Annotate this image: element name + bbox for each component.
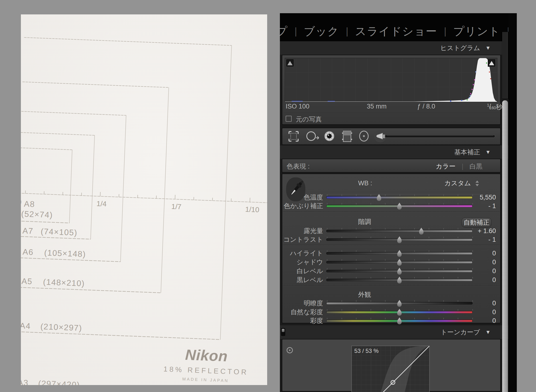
group-divider [283, 245, 500, 245]
slider-track[interactable] [326, 196, 473, 199]
group-divider [283, 286, 500, 286]
size-dims-a4: (210×297) [40, 322, 82, 333]
wb-label: WB : [358, 179, 372, 187]
slider-track[interactable] [326, 238, 473, 241]
module-item-book[interactable]: ブック [304, 24, 339, 39]
size-dims-a5: (148×210) [43, 277, 85, 288]
ruler-label-1-4: 1/4 [96, 199, 107, 208]
slider-track[interactable] [326, 302, 473, 305]
curve-point-readout: 53 / 53 % [354, 348, 379, 354]
module-item-slideshow[interactable]: スライドショー [355, 24, 437, 39]
slider-value[interactable]: - 1 [467, 235, 496, 244]
histogram-panel-header[interactable]: ヒストグラム ▼ [280, 41, 508, 55]
slider-track[interactable] [326, 311, 473, 314]
slider-label: 明瞭度 [282, 299, 323, 308]
targeted-adjustment-icon[interactable] [287, 347, 293, 353]
slider-track[interactable] [326, 270, 473, 272]
original-photo-row: 元の写真 [282, 114, 500, 124]
wb-select-arrows-icon[interactable] [475, 181, 479, 186]
treatment-bw-option[interactable]: 白黒 [470, 163, 482, 170]
slider-track[interactable] [326, 320, 473, 322]
slider-value[interactable]: 0 [467, 316, 496, 325]
slider-track[interactable] [326, 252, 473, 255]
slider-value[interactable]: - 1 [467, 202, 496, 210]
slider-value[interactable]: 0 [467, 299, 496, 308]
focal-length-value: 35 mm [367, 103, 387, 110]
tone-curve-panel-header[interactable]: トーンカーブ ▼ [280, 325, 508, 339]
develop-right-panel: プ | ブック | スライドショー | プリント | Web ヒストグラム ▼ [280, 13, 517, 392]
slider-track[interactable] [326, 230, 473, 232]
slider-label: 色温度 [282, 193, 323, 202]
group-divider [283, 211, 500, 212]
curve-point-handle[interactable] [391, 380, 395, 385]
slider-label: シャドウ [282, 258, 323, 266]
collapse-triangle-icon[interactable]: ▼ [485, 45, 491, 51]
scrollbar-thumb[interactable] [502, 100, 508, 392]
basic-panel-header[interactable]: 基本補正 ▼ [280, 145, 508, 159]
slider-value[interactable]: + 1.60 [467, 227, 496, 235]
red-eye-tool-icon[interactable] [325, 131, 334, 141]
original-photo-label: 元の写真 [296, 115, 322, 124]
highlight-clipping-indicator[interactable] [488, 59, 495, 66]
size-label-a8: A8 [24, 199, 35, 209]
slider-vibrance: 自然な彩度 0 [282, 308, 501, 316]
test-chart-image: 1/4 1/7 1/10 ) A8 (52×74) A7 (74×105) A6… [21, 14, 267, 385]
panel-right-margin [508, 13, 517, 392]
slider-temp: 色温度 5,550 [282, 193, 501, 202]
histogram-title: ヒストグラム [440, 44, 480, 52]
shadow-clip-triangle-icon [287, 61, 293, 65]
tone-curve-section: 53 / 53 % [282, 339, 501, 392]
treatment-separator: | [462, 163, 463, 170]
exif-info-row: ISO 100 35 mm ƒ / 8.0 1/160 秒 [282, 103, 500, 112]
slider-value[interactable]: 0 [467, 258, 496, 266]
histogram-plot[interactable] [285, 58, 497, 102]
slider-value[interactable]: 0 [467, 276, 496, 284]
original-photo-checkbox[interactable] [286, 116, 292, 122]
slider-whites: 白レベル 0 [282, 267, 501, 275]
adjustment-brush-icon[interactable] [374, 130, 495, 142]
collapse-triangle-icon[interactable]: ▼ [485, 329, 491, 335]
crop-tool-icon[interactable] [289, 132, 298, 141]
collapse-triangle-icon[interactable]: ▼ [485, 149, 491, 155]
radial-filter-icon[interactable] [360, 131, 368, 141]
tone-curve-title: トーンカーブ [441, 328, 480, 337]
spot-removal-icon[interactable] [307, 132, 319, 140]
treatment-label: 色表現 : [287, 162, 310, 171]
slider-value[interactable]: 0 [467, 249, 496, 258]
module-item-print[interactable]: プリント [453, 24, 500, 39]
panel-enable-switch[interactable] [281, 328, 285, 336]
aperture-value: ƒ / 8.0 [417, 103, 435, 110]
slider-value[interactable]: 5,550 [467, 193, 496, 202]
tool-strip [282, 128, 501, 145]
auto-tone-button[interactable]: 自動補正 [461, 217, 492, 228]
wb-preset-select[interactable]: カスタム [444, 179, 471, 187]
slider-track[interactable] [326, 279, 473, 281]
shutter-speed-value: 1/160 秒 [487, 103, 496, 110]
shadow-clipping-indicator[interactable] [286, 59, 294, 66]
slider-tint: 色かぶり補正 - 1 [282, 202, 501, 210]
slider-shadows: シャドウ 0 [282, 258, 501, 266]
slider-label: 自然な彩度 [282, 308, 323, 316]
slider-value[interactable]: 0 [467, 267, 496, 275]
slider-label: 露光量 [282, 227, 323, 235]
slider-ticks [327, 194, 473, 196]
size-label-a5: A5 [21, 276, 33, 286]
slider-track[interactable] [326, 261, 473, 264]
presence-group-label: 外観 [358, 290, 371, 299]
ruler-label-1-7: 1/7 [171, 202, 181, 211]
slider-clarity: 明瞭度 0 [282, 299, 501, 308]
module-picker: プ | ブック | スライドショー | プリント | Web [280, 13, 517, 41]
graduated-filter-icon[interactable] [342, 131, 352, 142]
slider-label: 色かぶり補正 [282, 202, 323, 210]
slider-track[interactable] [326, 205, 473, 207]
slider-value[interactable]: 0 [467, 308, 496, 316]
photo-canvas: 1/4 1/7 1/10 ) A8 (52×74) A7 (74×105) A6… [21, 14, 267, 385]
histogram-color-specks [292, 62, 491, 102]
treatment-color-option[interactable]: カラー [436, 163, 456, 170]
slider-ticks [327, 228, 473, 229]
slider-contrast: コントラスト - 1 [282, 235, 501, 244]
tone-group-label: 階調 [358, 217, 371, 226]
module-item-cut[interactable]: プ [280, 24, 288, 39]
module-separator: | [346, 26, 348, 37]
scrollbar-track-grip[interactable] [502, 32, 508, 99]
